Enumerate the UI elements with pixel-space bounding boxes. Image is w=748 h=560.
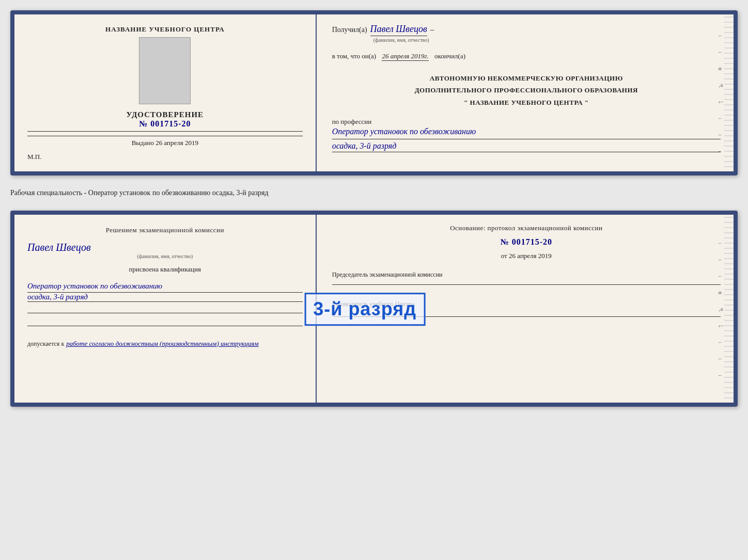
basis-number: № 001715-20 xyxy=(332,237,721,247)
name-hint-doc2: (фамилия, имя, отчество) xyxy=(27,253,303,259)
right-decoration-2: –––и‚а‹–––– xyxy=(719,215,723,403)
doc1-right: Получил(а) Павел Швецов – (фамилия, имя,… xyxy=(317,14,734,171)
profession-name: Оператор установок по обезвоживанию xyxy=(332,126,721,139)
sig-line-1 xyxy=(27,313,303,313)
name-hint-doc1: (фамилия, имя, отчество) xyxy=(373,37,721,43)
right-decoration: ––и‚а‹–––– xyxy=(719,14,723,171)
received-name: Павел Швецов xyxy=(370,24,427,36)
qualification-label: присвоена квалификация xyxy=(27,265,303,274)
document-1: НАЗВАНИЕ УЧЕБНОГО ЦЕНТРА УДОСТОВЕРЕНИЕ №… xyxy=(10,10,738,175)
decision-title: Решением экзаменационной комиссии xyxy=(27,225,303,235)
page-container: НАЗВАНИЕ УЧЕБНОГО ЦЕНТРА УДОСТОВЕРЕНИЕ №… xyxy=(10,10,738,407)
doc2-left: Решением экзаменационной комиссии Павел … xyxy=(14,215,317,403)
profession-label: по профессии xyxy=(332,118,721,126)
chairman-sig-line xyxy=(332,284,721,285)
separator-text: Рабочая специальность - Оператор установ… xyxy=(10,185,738,201)
dash: – xyxy=(430,26,434,34)
photo-placeholder xyxy=(139,37,191,104)
stamp: 3-й разряд xyxy=(304,293,425,326)
rank-line: осадка, 3-й разряд xyxy=(332,141,721,152)
rank-line2: осадка, 3-й разряд xyxy=(27,293,303,302)
allowed-value: работе согласно должностным (производств… xyxy=(66,340,258,347)
org-line1: АВТОНОМНУЮ НЕКОММЕРЧЕСКУЮ ОРГАНИЗАЦИЮ xyxy=(332,73,721,84)
date-value: 26 апреля 2019г. xyxy=(382,52,428,61)
issued-line: Выдано 26 апреля 2019 xyxy=(27,136,303,147)
mp-label: М.П. xyxy=(27,153,41,161)
basis-date: от 26 апреля 2019 xyxy=(332,252,721,260)
chairman-label: Председатель экзаменационной комиссии xyxy=(332,270,721,279)
qualification-name: Оператор установок по обезвоживанию xyxy=(27,280,303,293)
received-prefix: Получил(а) xyxy=(332,24,367,36)
cert-number: № 001715-20 xyxy=(127,119,204,129)
org-name: " НАЗВАНИЕ УЧЕБНОГО ЦЕНТРА " xyxy=(332,98,721,108)
cert-title: УДОСТОВЕРЕНИЕ xyxy=(127,110,204,119)
doc1-training-center-title: НАЗВАНИЕ УЧЕБНОГО ЦЕНТРА xyxy=(105,25,225,34)
date-line: в том, что он(а) 26 апреля 2019г. окончи… xyxy=(332,51,721,62)
sig-line-2 xyxy=(27,326,303,326)
stamp-text: 3-й разряд xyxy=(313,298,416,320)
org-line2: ДОПОЛНИТЕЛЬНОГО ПРОФЕССИОНАЛЬНОГО ОБРАЗО… xyxy=(332,85,721,95)
allowed-label: допускается к xyxy=(27,340,64,347)
document-2: Решением экзаменационной комиссии Павел … xyxy=(10,211,738,407)
doc1-left: НАЗВАНИЕ УЧЕБНОГО ЦЕНТРА УДОСТОВЕРЕНИЕ №… xyxy=(14,14,317,171)
person-name: Павел Швецов xyxy=(27,242,303,253)
basis-title: Основание: протокол экзаменационной коми… xyxy=(332,224,721,232)
